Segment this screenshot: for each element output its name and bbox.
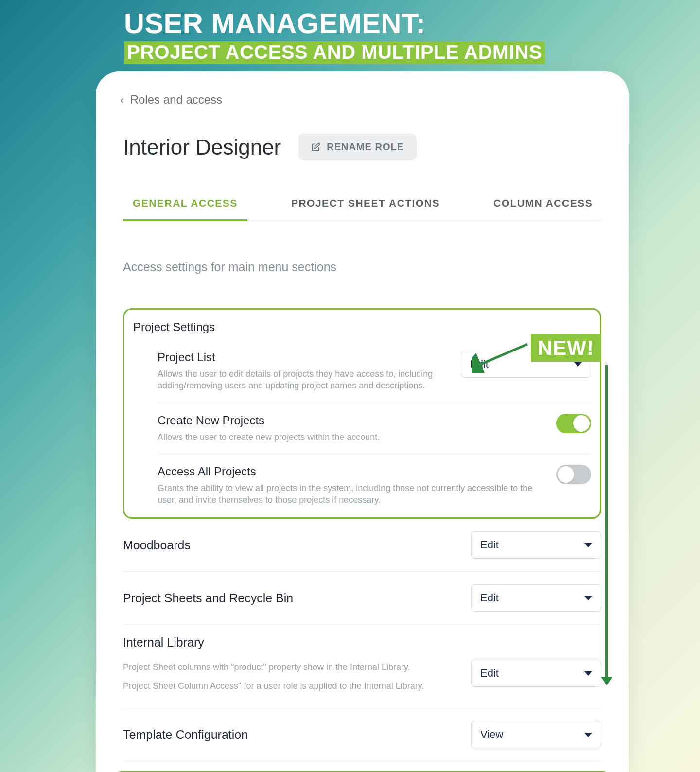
chevron-left-icon: ‹: [120, 94, 123, 105]
template-config-title: Template Configuration: [123, 728, 248, 742]
edit-icon: [311, 142, 321, 152]
section-description: Access settings for main menu sections: [123, 260, 601, 274]
create-new-desc: Allows the user to create new projects w…: [158, 431, 542, 443]
internal-library-desc2: Project Sheet Column Access" for a user …: [123, 679, 456, 693]
internal-library-desc1: Project Sheet columns with "product" pro…: [123, 660, 456, 674]
access-all-toggle[interactable]: [556, 465, 591, 484]
sheets-bin-select-value: Edit: [480, 592, 499, 604]
hero-title: USER MANAGEMENT:: [124, 9, 700, 38]
row-access-all-projects: Access All Projects Grants the ability t…: [158, 454, 591, 509]
breadcrumb-label: Roles and access: [130, 93, 222, 106]
role-title: Interior Designer: [123, 135, 281, 159]
moodboards-select-value: Edit: [480, 539, 499, 551]
caret-down-icon: [584, 671, 592, 676]
create-new-toggle[interactable]: [556, 414, 591, 433]
row-template-config: Template Configuration View: [123, 708, 601, 761]
arrow-vertical-icon: [605, 365, 608, 684]
sheets-bin-title: Project Sheets and Recycle Bin: [123, 591, 293, 605]
caret-down-icon: [584, 733, 592, 737]
caret-down-icon: [574, 362, 582, 367]
caret-down-icon: [584, 543, 592, 547]
hero-subtitle: PROJECT ACCESS AND MULTIPLE ADMINS: [124, 41, 545, 64]
row-create-new-projects: Create New Projects Allows the user to c…: [158, 403, 591, 454]
row-sheets-bin: Project Sheets and Recycle Bin Edit: [123, 572, 601, 625]
template-config-select-value: View: [480, 728, 503, 741]
tabs: GENERAL ACCESS PROJECT SHEET ACTIONS COL…: [123, 197, 601, 221]
rename-role-label: RENAME ROLE: [327, 141, 404, 153]
project-list-title: Project List: [158, 351, 446, 364]
template-config-select[interactable]: View: [471, 721, 601, 748]
project-list-desc: Allows the user to edit details of proje…: [158, 368, 446, 392]
rename-role-button[interactable]: RENAME ROLE: [298, 134, 417, 160]
settings-card: ‹ Roles and access Interior Designer REN…: [96, 71, 629, 772]
sheets-bin-select[interactable]: Edit: [471, 584, 601, 612]
tab-general-access[interactable]: GENERAL ACCESS: [133, 197, 238, 221]
internal-library-select-value: Edit: [480, 667, 499, 680]
caret-down-icon: [584, 596, 592, 600]
access-all-title: Access All Projects: [158, 465, 542, 478]
tab-project-sheet-actions[interactable]: PROJECT SHEET ACTIONS: [291, 197, 440, 221]
arrow-annotation-icon: [472, 339, 530, 373]
breadcrumb-back[interactable]: ‹ Roles and access: [120, 93, 601, 106]
internal-library-title: Internal Library: [123, 635, 456, 649]
moodboards-title: Moodboards: [123, 538, 191, 552]
svg-line-0: [476, 344, 527, 366]
new-badge: NEW!: [531, 334, 601, 362]
internal-library-select[interactable]: Edit: [471, 660, 601, 687]
row-internal-library: Internal Library Project Sheet columns w…: [123, 625, 601, 708]
project-settings-title: Project Settings: [133, 320, 591, 334]
access-all-desc: Grants the ability to view all projects …: [158, 482, 542, 506]
create-new-title: Create New Projects: [158, 414, 542, 427]
row-moodboards: Moodboards Edit: [123, 519, 601, 572]
moodboards-select[interactable]: Edit: [471, 531, 601, 559]
tab-column-access[interactable]: COLUMN ACCESS: [493, 197, 593, 221]
